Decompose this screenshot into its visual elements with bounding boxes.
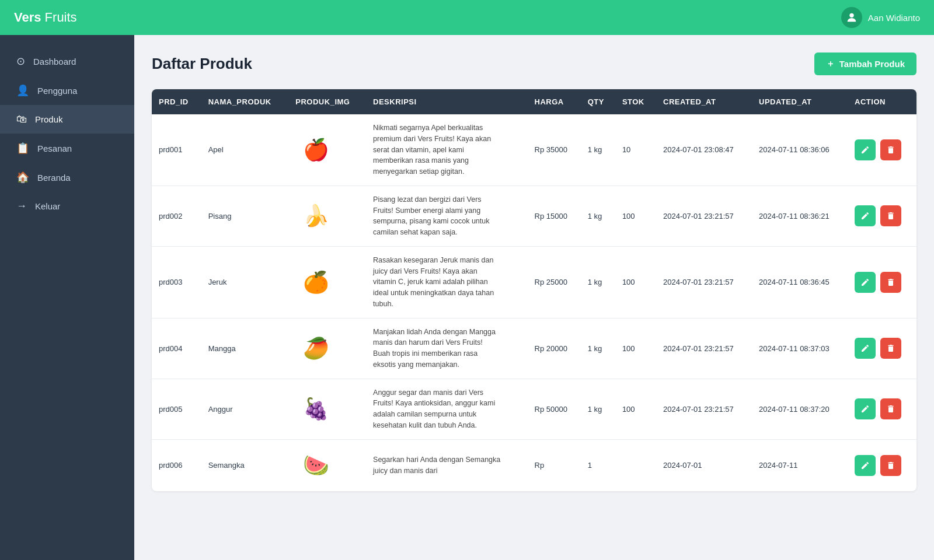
cell-created-at: 2024-07-01 23:21:57 (656, 379, 752, 439)
col-qty: QTY (581, 89, 615, 114)
sidebar-item-label: Dashboard (33, 57, 76, 66)
pesanan-icon: 📋 (16, 142, 29, 155)
action-buttons (855, 338, 909, 359)
cell-deskripsi: Nikmati segarnya Apel berkualitas premiu… (366, 114, 528, 186)
cell-created-at: 2024-07-01 23:21:57 (656, 318, 752, 379)
cell-harga: Rp 50000 (528, 379, 581, 439)
cell-harga: Rp (528, 439, 581, 491)
delete-button[interactable] (880, 272, 901, 293)
sidebar-item-label: Beranda (37, 173, 71, 183)
product-description: Segarkan hari Anda dengan Semangka juicy… (373, 454, 501, 477)
produk-icon: 🛍 (16, 113, 27, 125)
sidebar-item-label: Pengguna (37, 86, 77, 96)
cell-created-at: 2024-07-01 23:08:47 (656, 114, 752, 186)
plus-icon: ＋ (826, 58, 835, 69)
beranda-icon: 🏠 (16, 171, 29, 184)
col-stok: STOK (615, 89, 656, 114)
delete-button[interactable] (880, 205, 901, 226)
cell-produk-img: 🍎 (288, 114, 366, 186)
svg-point-0 (849, 13, 853, 18)
dashboard-icon: ⊙ (16, 55, 25, 68)
sidebar: ⊙ Dashboard 👤 Pengguna 🛍 Produk 📋 Pesana… (0, 35, 134, 560)
sidebar-item-beranda[interactable]: 🏠 Beranda (0, 163, 134, 192)
user-avatar (841, 7, 862, 28)
product-description: Manjakan lidah Anda dengan Mangga manis … (373, 327, 501, 370)
col-produk-img: PRODUK_IMG (288, 89, 366, 114)
page-header: Daftar Produk ＋ Tambah Produk (152, 52, 916, 75)
product-description: Pisang lezat dan bergizi dari Vers Fruit… (373, 194, 501, 238)
cell-harga: Rp 25000 (528, 246, 581, 318)
cell-action (848, 379, 916, 439)
cell-action (848, 246, 916, 318)
logo: Vers Fruits (14, 10, 77, 25)
product-image: 🍇 (295, 391, 336, 426)
cell-updated-at: 2024-07-11 08:36:21 (752, 186, 848, 246)
cell-nama-produk: Mangga (201, 318, 289, 379)
cell-prd-id: prd005 (152, 379, 201, 439)
cell-action (848, 439, 916, 491)
keluar-icon: → (16, 200, 27, 212)
cell-produk-img: 🍇 (288, 379, 366, 439)
sidebar-item-dashboard[interactable]: ⊙ Dashboard (0, 47, 134, 76)
cell-stok: 100 (615, 246, 656, 318)
cell-deskripsi: Pisang lezat dan bergizi dari Vers Fruit… (366, 186, 528, 246)
product-image: 🍊 (295, 265, 336, 300)
action-buttons (855, 398, 909, 419)
col-deskripsi: DESKRIPSI (366, 89, 528, 114)
logo-bold: Vers (14, 10, 41, 24)
cell-updated-at: 2024-07-11 08:37:03 (752, 318, 848, 379)
cell-deskripsi: Segarkan hari Anda dengan Semangka juicy… (366, 439, 528, 491)
cell-qty: 1 kg (581, 246, 615, 318)
delete-button[interactable] (880, 338, 901, 359)
add-product-button[interactable]: ＋ Tambah Produk (814, 52, 916, 75)
cell-nama-produk: Anggur (201, 379, 289, 439)
sidebar-item-pengguna[interactable]: 👤 Pengguna (0, 76, 134, 105)
sidebar-item-label: Produk (35, 114, 63, 124)
layout: ⊙ Dashboard 👤 Pengguna 🛍 Produk 📋 Pesana… (0, 35, 934, 560)
cell-produk-img: 🥭 (288, 318, 366, 379)
edit-button[interactable] (855, 272, 876, 293)
cell-stok: 10 (615, 114, 656, 186)
delete-button[interactable] (880, 455, 901, 476)
table-header-row: PRD_ID NAMA_PRODUK PRODUK_IMG DESKRIPSI … (152, 89, 916, 114)
cell-updated-at: 2024-07-11 08:36:45 (752, 246, 848, 318)
cell-nama-produk: Semangka (201, 439, 289, 491)
cell-action (848, 114, 916, 186)
cell-updated-at: 2024-07-11 08:36:06 (752, 114, 848, 186)
delete-button[interactable] (880, 398, 901, 419)
cell-prd-id: prd002 (152, 186, 201, 246)
username: Aan Widianto (868, 13, 920, 23)
edit-button[interactable] (855, 139, 876, 160)
action-buttons (855, 139, 909, 160)
sidebar-item-pesanan[interactable]: 📋 Pesanan (0, 134, 134, 163)
product-image: 🍎 (295, 132, 336, 167)
cell-qty: 1 kg (581, 114, 615, 186)
edit-button[interactable] (855, 455, 876, 476)
product-image: 🍉 (295, 448, 336, 483)
cell-stok: 100 (615, 318, 656, 379)
product-image: 🥭 (295, 331, 336, 366)
edit-button[interactable] (855, 398, 876, 419)
cell-produk-img: 🍌 (288, 186, 366, 246)
cell-produk-img: 🍉 (288, 439, 366, 491)
cell-created-at: 2024-07-01 23:21:57 (656, 246, 752, 318)
page-title: Daftar Produk (152, 55, 252, 73)
cell-qty: 1 kg (581, 186, 615, 246)
cell-prd-id: prd001 (152, 114, 201, 186)
add-button-label: Tambah Produk (839, 59, 905, 69)
cell-prd-id: prd003 (152, 246, 201, 318)
delete-button[interactable] (880, 139, 901, 160)
cell-qty: 1 kg (581, 379, 615, 439)
table-row: prd006 Semangka 🍉 Segarkan hari Anda den… (152, 439, 916, 491)
edit-button[interactable] (855, 338, 876, 359)
cell-qty: 1 (581, 439, 615, 491)
cell-created-at: 2024-07-01 23:21:57 (656, 186, 752, 246)
edit-button[interactable] (855, 205, 876, 226)
cell-qty: 1 kg (581, 318, 615, 379)
sidebar-item-keluar[interactable]: → Keluar (0, 192, 134, 220)
cell-created-at: 2024-07-01 (656, 439, 752, 491)
sidebar-item-produk[interactable]: 🛍 Produk (0, 105, 134, 134)
cell-prd-id: prd006 (152, 439, 201, 491)
sidebar-item-label: Pesanan (37, 144, 72, 153)
cell-prd-id: prd004 (152, 318, 201, 379)
